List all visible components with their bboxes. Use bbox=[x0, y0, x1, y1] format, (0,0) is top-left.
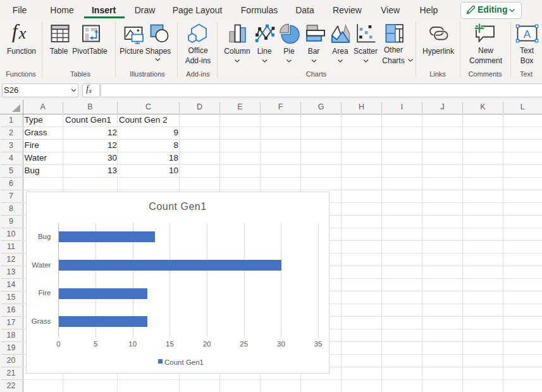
svg-text:A: A bbox=[524, 28, 531, 40]
